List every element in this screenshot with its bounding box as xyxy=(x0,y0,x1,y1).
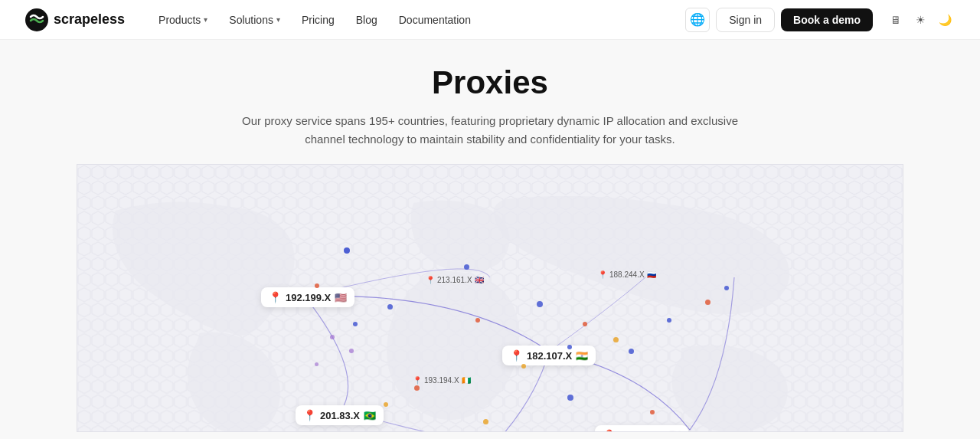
flag-sm-1: 🇬🇧 xyxy=(475,276,484,284)
dot-14 xyxy=(724,286,729,290)
products-chevron-icon: ▾ xyxy=(204,15,207,24)
ip-address-3: 201.83.X xyxy=(320,410,360,421)
ip-label-2: 📍 182.107.X 🇮🇳 xyxy=(502,346,596,365)
ip-sm-address-3: 193.194.X xyxy=(424,376,459,385)
monitor-icon[interactable]: 🖥 xyxy=(885,9,906,31)
nav-blog[interactable]: Blog xyxy=(347,9,387,31)
ip-label-3: 📍 201.83.X 🇧🇷 xyxy=(296,405,384,425)
pin-icon-4: 📍 xyxy=(603,429,616,432)
dot-24 xyxy=(315,362,318,366)
dot-18 xyxy=(567,345,572,349)
flag-3: 🇧🇷 xyxy=(364,410,376,421)
nav-links: Products ▾ Solutions ▾ Pricing Blog Docu… xyxy=(149,9,685,31)
dot-21 xyxy=(353,322,358,326)
flag-sm-2: 🇷🇺 xyxy=(647,270,656,279)
hero-title: Proxies xyxy=(12,64,968,101)
nav-actions: 🌐 Sign in Book a demo 🖥 ☀ 🌙 xyxy=(685,8,956,32)
dot-23 xyxy=(349,349,354,353)
flag-sm-3: 🇨🇮 xyxy=(462,376,471,385)
pin-icon-3: 📍 xyxy=(303,409,316,421)
logo[interactable]: scrapeless xyxy=(24,8,125,32)
ip-sm-address-2: 188.244.X xyxy=(609,270,645,279)
ip-address-4: 124.171.X xyxy=(619,430,665,433)
dot-4 xyxy=(475,318,480,323)
dot-16 xyxy=(667,318,671,323)
pin-sm-icon-1: 📍 xyxy=(426,276,435,284)
ip-address-2: 182.107.X xyxy=(527,350,572,362)
pin-icon-1: 📍 xyxy=(269,291,282,303)
pin-sm-icon-3: 📍 xyxy=(413,376,422,385)
navbar: scrapeless Products ▾ Solutions ▾ Pricin… xyxy=(0,0,980,40)
dot-6 xyxy=(583,322,587,326)
dot-7 xyxy=(629,349,634,354)
logo-text: scrapeless xyxy=(54,11,125,28)
dot-5 xyxy=(537,301,543,307)
dot-2 xyxy=(315,283,319,288)
nav-products[interactable]: Products ▾ xyxy=(149,9,217,31)
ip-label-sm-3: 📍 193.194.X 🇨🇮 xyxy=(413,376,471,385)
logo-icon xyxy=(24,8,49,32)
ip-label-4: 📍 124.171.X 🇦🇺 xyxy=(595,425,688,432)
flag-2: 🇮🇳 xyxy=(576,350,588,362)
flag-1: 🇺🇸 xyxy=(335,292,347,303)
dot-3 xyxy=(387,304,393,310)
hero-description: Our proxy service spans 195+ countries, … xyxy=(222,112,758,149)
world-map-background xyxy=(77,165,903,432)
solutions-chevron-icon: ▾ xyxy=(276,15,280,24)
dot-9 xyxy=(567,395,573,401)
ip-address-1: 192.199.X xyxy=(286,292,331,303)
book-demo-button[interactable]: Book a demo xyxy=(781,8,873,31)
hero-section: Proxies Our proxy service spans 195+ cou… xyxy=(0,40,980,164)
map-container: 📍 192.199.X 🇺🇸 📍 182.107.X 🇮🇳 📍 201.83.X… xyxy=(77,164,903,432)
dot-1 xyxy=(344,247,350,254)
dot-10 xyxy=(650,410,655,414)
dot-8 xyxy=(521,364,526,369)
sign-in-button[interactable]: Sign in xyxy=(716,8,775,32)
moon-icon[interactable]: 🌙 xyxy=(934,9,956,31)
dot-17 xyxy=(613,337,619,342)
flag-4: 🇦🇺 xyxy=(668,430,681,433)
dot-20 xyxy=(384,402,388,407)
nav-solutions[interactable]: Solutions ▾ xyxy=(220,9,289,31)
dot-22 xyxy=(330,335,335,339)
pin-icon-2: 📍 xyxy=(510,349,523,362)
ip-label-1: 📍 192.199.X 🇺🇸 xyxy=(261,287,354,307)
ip-label-sm-2: 📍 188.244.X 🇷🇺 xyxy=(598,270,656,279)
dot-26 xyxy=(464,264,469,270)
nav-documentation[interactable]: Documentation xyxy=(390,9,480,31)
sun-icon[interactable]: ☀ xyxy=(910,9,931,31)
pin-sm-icon-2: 📍 xyxy=(598,270,607,279)
dot-15 xyxy=(705,300,710,305)
globe-button[interactable]: 🌐 xyxy=(685,8,710,32)
dot-19 xyxy=(414,385,420,391)
theme-controls: 🖥 ☀ 🌙 xyxy=(885,9,956,31)
nav-pricing[interactable]: Pricing xyxy=(292,9,344,31)
ip-sm-address-1: 213.161.X xyxy=(437,276,472,284)
dot-11 xyxy=(483,419,488,424)
ip-label-sm-1: 📍 213.161.X 🇬🇧 xyxy=(426,276,484,284)
